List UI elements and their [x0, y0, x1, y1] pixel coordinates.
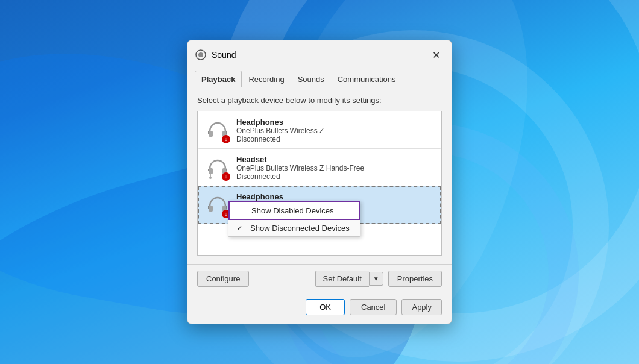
dialog-tabs: Playback Recording Sounds Communications [187, 66, 452, 87]
description-text: Select a playback device below to modify… [197, 96, 442, 105]
device-status-2: Disconnected [236, 172, 434, 181]
check-mark-1 [238, 207, 247, 215]
apply-button[interactable]: Apply [401, 299, 442, 315]
device-icon-1: ↓ [205, 118, 230, 143]
context-menu-show-disabled[interactable]: Show Disabled Devices [228, 201, 360, 220]
device-info-2: Headset OnePlus Bullets Wireless Z Hands… [236, 155, 434, 181]
ok-button[interactable]: OK [306, 299, 345, 315]
device-name-1: Headphones [236, 118, 434, 127]
device-name-3: Headphones [236, 192, 434, 201]
cancel-button[interactable]: Cancel [350, 299, 397, 315]
device-list: ↓ Headphones OnePlus Bullets Wireless Z … [197, 111, 442, 256]
disconnect-badge-2: ↓ [222, 172, 230, 181]
device-info-1: Headphones OnePlus Bullets Wireless Z Di… [236, 118, 434, 143]
context-menu-show-disconnected[interactable]: ✓ Show Disconnected Devices [228, 220, 360, 236]
footer-buttons: Configure Set Default ▼ Properties [187, 264, 452, 293]
dialog-overlay: Sound ✕ Playback Recording Sounds Commun… [0, 0, 639, 364]
dialog-title: Sound [212, 50, 236, 60]
sound-icon [195, 49, 207, 61]
device-name-2: Headset [236, 155, 434, 164]
set-default-group: Set Default ▼ Properties [315, 271, 442, 287]
dialog-body: Select a playback device below to modify… [187, 87, 452, 264]
device-status-1: Disconnected [236, 135, 434, 143]
device-item-headphones1[interactable]: ↓ Headphones OnePlus Bullets Wireless Z … [198, 111, 441, 149]
device-icon-2: ↓ [205, 155, 230, 181]
tab-recording[interactable]: Recording [242, 71, 291, 87]
title-left: Sound [195, 49, 236, 61]
configure-button[interactable]: Configure [197, 271, 249, 287]
svg-rect-12 [209, 206, 213, 212]
tab-communications[interactable]: Communications [331, 71, 403, 87]
properties-button[interactable]: Properties [388, 271, 442, 287]
device-icon-3: ↓ [205, 193, 230, 218]
svg-point-11 [209, 177, 212, 179]
tab-sounds[interactable]: Sounds [291, 71, 331, 87]
show-disconnected-label: Show Disconnected Devices [250, 224, 350, 233]
device-model-2: OnePlus Bullets Wireless Z Hands-Free [236, 164, 434, 172]
set-default-dropdown[interactable]: ▼ [369, 272, 383, 286]
close-button[interactable]: ✕ [427, 46, 444, 63]
action-buttons: OK Cancel Apply [187, 293, 452, 324]
svg-rect-2 [209, 131, 213, 137]
dialog-titlebar: Sound ✕ [187, 40, 452, 63]
device-model-1: OnePlus Bullets Wireless Z [236, 127, 434, 135]
svg-point-1 [198, 52, 203, 57]
set-default-button[interactable]: Set Default [315, 271, 369, 287]
device-item-headset[interactable]: ↓ Headset OnePlus Bullets Wireless Z Han… [198, 149, 441, 186]
tab-playback[interactable]: Playback [195, 71, 242, 87]
sound-dialog: Sound ✕ Playback Recording Sounds Commun… [187, 40, 452, 324]
disconnect-badge-1: ↓ [222, 135, 230, 143]
context-menu: Show Disabled Devices ✓ Show Disconnecte… [228, 201, 360, 237]
svg-rect-6 [209, 168, 213, 174]
check-mark-2: ✓ [237, 224, 245, 232]
show-disabled-label: Show Disabled Devices [251, 206, 334, 215]
